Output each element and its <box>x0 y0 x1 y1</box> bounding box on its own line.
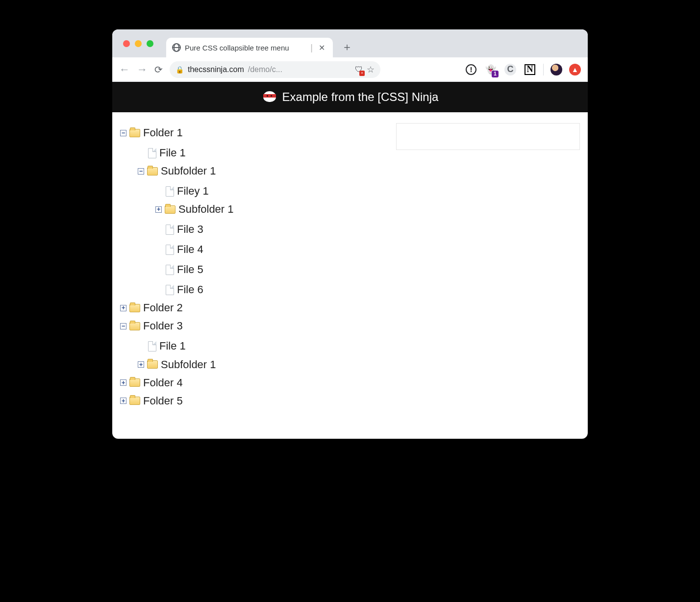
globe-icon <box>172 43 181 52</box>
minimize-window-button[interactable] <box>135 40 142 47</box>
reload-button[interactable]: ⟳ <box>154 64 163 75</box>
tree-file: File 6 <box>155 278 386 298</box>
expand-icon[interactable] <box>155 206 162 213</box>
folder-label[interactable]: Folder 1 <box>143 125 183 141</box>
folder-label[interactable]: Folder 4 <box>143 375 183 391</box>
file-icon <box>166 245 174 255</box>
expand-icon[interactable] <box>120 398 126 404</box>
page-header-text: Example from the [CSS] Ninja <box>282 90 439 104</box>
expand-icon[interactable] <box>120 379 126 386</box>
folder-label[interactable]: Folder 5 <box>143 393 183 409</box>
tree-file: File 1 <box>138 335 386 355</box>
folder-icon <box>129 304 140 312</box>
expand-icon[interactable] <box>120 305 126 311</box>
folder-label[interactable]: Subfolder 1 <box>161 163 216 179</box>
ninja-icon <box>262 89 277 105</box>
url-host: thecssninja.com <box>188 65 244 74</box>
tree-folder: Subfolder 1 <box>138 355 386 373</box>
lock-icon: 🔒 <box>175 66 184 74</box>
tree-folder: Folder 2 <box>120 298 386 316</box>
toolbar: ← → ⟳ 🔒 thecssninja.com/demo/c... 🛡× ☆ !… <box>112 57 588 82</box>
url-path: /demo/c... <box>248 65 282 74</box>
file-label[interactable]: File 5 <box>177 261 203 278</box>
expand-icon[interactable] <box>138 361 144 368</box>
tree-file: File 1 <box>138 141 386 161</box>
file-icon <box>148 341 156 351</box>
bookmark-star-icon[interactable]: ☆ <box>367 64 375 75</box>
sidebar-box <box>396 123 580 150</box>
folder-icon <box>147 167 158 176</box>
folder-icon <box>129 322 140 330</box>
browser-tab[interactable]: Pure CSS collapsible tree menu | ✕ <box>166 38 333 57</box>
folder-icon <box>129 378 140 387</box>
folder-icon <box>129 129 140 137</box>
file-icon <box>148 148 156 158</box>
update-button[interactable]: ▲ <box>569 64 581 75</box>
file-icon <box>166 225 174 235</box>
tree-folder: Folder 5 <box>120 391 386 409</box>
back-button[interactable]: ← <box>119 63 130 76</box>
profile-avatar[interactable] <box>550 64 562 75</box>
new-tab-button[interactable]: ＋ <box>342 42 352 52</box>
address-bar[interactable]: 🔒 thecssninja.com/demo/c... 🛡× ☆ <box>170 61 380 78</box>
file-label[interactable]: File 3 <box>177 221 203 238</box>
window-controls <box>123 40 153 47</box>
collapse-icon[interactable] <box>120 130 126 136</box>
tab-strip: Pure CSS collapsible tree menu | ✕ ＋ <box>112 29 588 57</box>
toolbar-divider <box>543 64 544 75</box>
tree-folder: Subfolder 1 <box>155 200 386 218</box>
folder-label[interactable]: Folder 3 <box>143 318 183 334</box>
tree-menu: Folder 1 File 1 <box>120 123 386 409</box>
folder-label[interactable]: Folder 2 <box>143 300 183 316</box>
collapse-icon[interactable] <box>138 168 144 175</box>
site-shield-icon[interactable]: 🛡× <box>355 65 363 74</box>
folder-icon <box>165 205 175 214</box>
file-label[interactable]: File 1 <box>159 338 186 354</box>
folder-icon <box>129 397 140 405</box>
file-icon <box>166 265 174 275</box>
folder-label[interactable]: Subfolder 1 <box>161 356 216 373</box>
close-tab-button[interactable]: ✕ <box>317 43 327 52</box>
folder-icon <box>147 360 158 369</box>
file-label[interactable]: File 6 <box>177 281 203 298</box>
c-extension-icon[interactable]: C <box>504 63 517 76</box>
file-icon <box>166 186 174 197</box>
notion-extension-icon[interactable]: N <box>524 63 536 76</box>
tree-folder: Folder 3 File 1 <box>120 316 386 373</box>
file-label[interactable]: File 4 <box>177 241 203 258</box>
forward-button[interactable]: → <box>137 63 148 76</box>
tree-file: File 5 <box>155 258 386 278</box>
folder-label[interactable]: Subfolder 1 <box>178 201 234 218</box>
tree-folder: Folder 1 File 1 <box>120 123 386 298</box>
tab-title: Pure CSS collapsible tree menu <box>185 44 306 52</box>
close-window-button[interactable] <box>123 40 130 47</box>
page-content: Folder 1 File 1 <box>112 112 588 439</box>
tree-file: File 4 <box>155 238 386 258</box>
file-label[interactable]: Filey 1 <box>177 183 209 200</box>
tree-file: File 3 <box>155 218 386 238</box>
maximize-window-button[interactable] <box>147 40 153 47</box>
extensions-row: ! 👻1 C N ▲ <box>391 63 581 76</box>
collapse-icon[interactable] <box>120 323 126 329</box>
info-extension-icon[interactable]: ! <box>465 63 477 76</box>
ghostery-extension-icon[interactable]: 👻1 <box>484 63 497 76</box>
browser-window: Pure CSS collapsible tree menu | ✕ ＋ ← →… <box>112 29 588 439</box>
tree-folder: Subfolder 1 Filey 1 <box>138 161 386 298</box>
file-icon <box>166 285 174 295</box>
tree-file: Filey 1 <box>155 179 386 200</box>
page-header: Example from the [CSS] Ninja <box>112 82 588 112</box>
tree-folder: Folder 4 <box>120 373 386 391</box>
file-label[interactable]: File 1 <box>159 145 186 161</box>
